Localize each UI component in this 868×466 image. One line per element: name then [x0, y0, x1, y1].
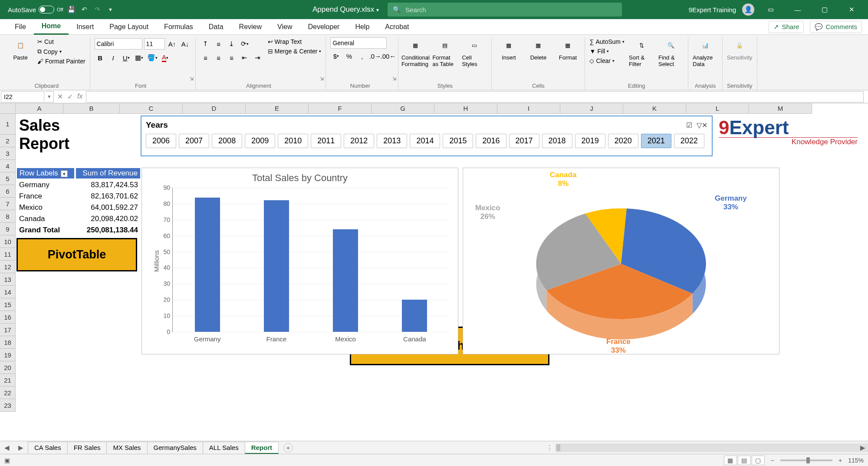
row-header[interactable]: 10 [0, 235, 16, 248]
bar-germany[interactable] [195, 198, 220, 332]
row-header[interactable]: 4 [0, 160, 16, 172]
increase-font-icon[interactable]: A↑ [167, 38, 178, 50]
close-icon[interactable]: ✕ [841, 0, 862, 19]
table-row[interactable]: Germany83,817,424.53 [16, 180, 141, 190]
find-select-button[interactable]: 🔍Find & Select [658, 37, 684, 67]
format-painter-button[interactable]: 🖌 Format Painter [37, 57, 85, 66]
autosave-toggle[interactable]: AutoSave Off [8, 6, 63, 13]
formula-input[interactable] [86, 91, 864, 102]
row-header[interactable]: 13 [0, 273, 16, 286]
year-slicer[interactable]: Years ☑ ▽✕ 20062007200820092010201120122… [141, 116, 713, 156]
slicer-item-2015[interactable]: 2015 [443, 134, 473, 148]
column-header[interactable]: D [183, 103, 246, 114]
bar-canada[interactable] [402, 300, 427, 332]
row-header[interactable]: 22 [0, 387, 16, 399]
decrease-indent-icon[interactable]: ⇤ [239, 52, 250, 63]
slicer-item-2013[interactable]: 2013 [377, 134, 407, 148]
name-box-dropdown[interactable]: ▼ [45, 91, 54, 102]
slicer-item-2012[interactable]: 2012 [344, 134, 374, 148]
row-header[interactable]: 3 [0, 147, 16, 160]
row-header[interactable]: 11 [0, 248, 16, 261]
pie-chart[interactable]: Germany33%France33%Mexico26%Canada8% [463, 168, 779, 354]
currency-icon[interactable]: $ ▾ [330, 50, 342, 62]
slicer-item-2014[interactable]: 2014 [410, 134, 440, 148]
borders-button[interactable]: ▦ ▾ [134, 52, 145, 63]
bold-button[interactable]: B [95, 52, 106, 63]
row-header[interactable]: 16 [0, 311, 16, 324]
tab-home[interactable]: Home [34, 19, 69, 35]
select-all-corner[interactable] [0, 103, 16, 114]
qat-dropdown-icon[interactable]: ▼ [106, 5, 115, 14]
slicer-item-2007[interactable]: 2007 [179, 134, 209, 148]
tab-data[interactable]: Data [201, 20, 231, 34]
row-header[interactable]: 19 [0, 349, 16, 361]
name-box[interactable]: I22 [1, 91, 44, 102]
align-dialog-icon[interactable]: ⇲ [320, 76, 324, 82]
bar-chart[interactable]: Total Sales by Country Millions 01020304… [141, 168, 458, 354]
column-header[interactable]: H [434, 103, 497, 114]
clear-filter-icon[interactable]: ▽✕ [697, 121, 707, 129]
tab-developer[interactable]: Developer [300, 20, 347, 34]
avatar[interactable]: 👤 [742, 3, 754, 16]
sheet-tab-mx-sales[interactable]: MX Sales [106, 442, 147, 454]
increase-indent-icon[interactable]: ⇥ [252, 52, 263, 63]
percent-icon[interactable]: % [343, 50, 355, 62]
increase-decimal-icon[interactable]: .0→ [369, 50, 381, 62]
table-row[interactable]: Canada20,098,420.02 [16, 214, 141, 224]
format-cells-button[interactable]: ▦Format [555, 37, 580, 61]
font-dialog-icon[interactable]: ⇲ [190, 76, 194, 82]
column-header[interactable]: J [560, 103, 623, 114]
row-header[interactable]: 12 [0, 261, 16, 273]
copy-button[interactable]: ⧉ Copy ▾ [37, 47, 85, 56]
row-header[interactable]: 20 [0, 361, 16, 374]
delete-cells-button[interactable]: ▦Delete [526, 37, 551, 61]
column-header[interactable]: A [16, 103, 63, 114]
slicer-item-2020[interactable]: 2020 [608, 134, 638, 148]
fill-button[interactable]: ▼ Fill ▾ [589, 47, 625, 56]
bar-mexico[interactable] [333, 229, 358, 332]
align-bottom-icon[interactable]: ⤓ [226, 38, 237, 50]
italic-button[interactable]: I [108, 52, 119, 63]
fx-icon[interactable]: fx [77, 93, 82, 101]
slicer-item-2022[interactable]: 2022 [674, 134, 704, 148]
row-header[interactable]: 7 [0, 198, 16, 210]
font-color-button[interactable]: A ▾ [160, 52, 171, 63]
decrease-decimal-icon[interactable]: .00← [382, 50, 394, 62]
pivot-filter-icon[interactable]: ▾ [61, 170, 68, 177]
fill-color-button[interactable]: 🪣 ▾ [147, 52, 158, 63]
tab-insert[interactable]: Insert [69, 20, 102, 34]
table-row[interactable]: Mexico64,001,592.27 [16, 202, 141, 213]
row-header[interactable]: 1 [0, 114, 16, 135]
sheet-tab-fr-sales[interactable]: FR Sales [67, 442, 107, 454]
record-macro-icon[interactable]: ▣ [4, 457, 10, 464]
underline-button[interactable]: U ▾ [121, 52, 132, 63]
align-left-icon[interactable]: ≡ [200, 52, 211, 63]
row-header[interactable]: 21 [0, 374, 16, 387]
slicer-item-2011[interactable]: 2011 [311, 134, 341, 148]
font-size-input[interactable] [144, 38, 165, 50]
tab-file[interactable]: File [7, 20, 34, 34]
column-header[interactable]: E [246, 103, 309, 114]
column-header[interactable]: C [120, 103, 183, 114]
cut-button[interactable]: ✂ Cut [37, 37, 85, 46]
redo-icon[interactable]: ↷ [93, 5, 102, 14]
sheet-tab-ca-sales[interactable]: CA Sales [28, 442, 68, 454]
next-sheet-icon[interactable]: ▶ [14, 444, 28, 452]
zoom-slider[interactable] [780, 459, 832, 461]
ribbon-options-icon[interactable]: ▭ [760, 0, 781, 19]
tab-help[interactable]: Help [347, 20, 377, 34]
autosum-button[interactable]: ∑ AutoSum ▾ [589, 37, 625, 46]
minimize-icon[interactable]: — [787, 0, 808, 19]
tab-view[interactable]: View [270, 20, 300, 34]
normal-view-icon[interactable]: ▦ [724, 456, 737, 465]
cell-styles-button[interactable]: ▭Cell Styles [462, 37, 487, 67]
tab-acrobat[interactable]: Acrobat [377, 20, 417, 34]
slicer-item-2009[interactable]: 2009 [245, 134, 275, 148]
insert-cells-button[interactable]: ▦Insert [496, 37, 521, 61]
save-icon[interactable]: 💾 [67, 5, 76, 14]
pivot-table[interactable]: Row Labels▾ Sum of Revenue Germany83,817… [16, 167, 141, 236]
decrease-font-icon[interactable]: A↓ [180, 38, 191, 50]
number-format-select[interactable] [330, 37, 387, 49]
row-header[interactable]: 6 [0, 185, 16, 198]
analyze-data-button[interactable]: 📊Analyze Data [693, 37, 718, 67]
